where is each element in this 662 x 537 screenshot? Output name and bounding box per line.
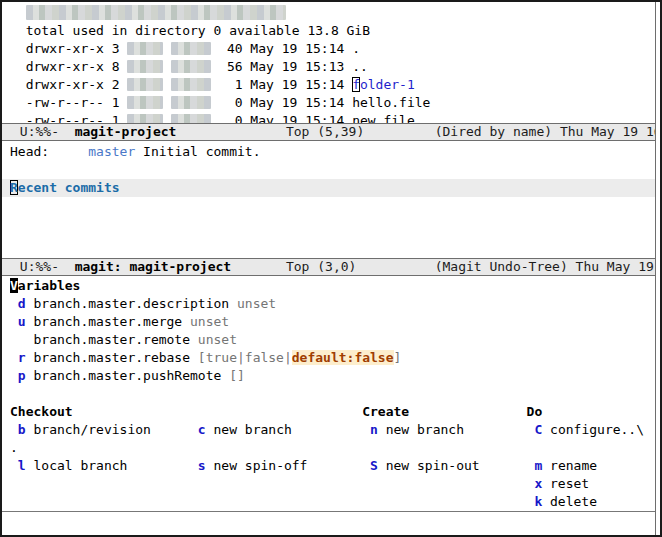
transient-row-merge[interactable]: u branch.master.merge unset bbox=[2, 313, 655, 331]
blank-line bbox=[2, 385, 655, 403]
dired-row-hello-file[interactable]: -rw-r--r-- 1 0 May 19 15:14 hello.file bbox=[2, 94, 655, 112]
group-checkout-heading: Checkout bbox=[10, 404, 73, 419]
text-segment: -rw-r--r-- 1 bbox=[10, 95, 127, 110]
major-mode-indicator[interactable]: (Dired by name) bbox=[435, 124, 552, 139]
point-cursor: V bbox=[10, 278, 18, 293]
dired-row-dot[interactable]: drwxr-xr-x 3 40 May 19 15:14 . bbox=[2, 40, 655, 58]
dired-filename[interactable]: .. bbox=[352, 59, 368, 74]
text-segment bbox=[10, 5, 26, 20]
modeline-dired[interactable]: U:%%- magit-project Top (5,39) (Dired by… bbox=[2, 123, 655, 141]
key-u[interactable]: u bbox=[18, 314, 26, 329]
text-segment bbox=[163, 59, 171, 74]
group-heading: ariables bbox=[18, 278, 81, 293]
text-segment bbox=[127, 458, 197, 473]
modeline-dired-text[interactable]: U:%%- magit-project Top (5,39) (Dired by… bbox=[4, 124, 655, 141]
frame-content: total used in directory 0 available 13.8… bbox=[2, 2, 655, 535]
transient-row-3[interactable]: x reset bbox=[2, 475, 655, 493]
dired-filename[interactable]: new.file bbox=[352, 113, 415, 123]
buffer-name[interactable]: magit: magit-project bbox=[75, 259, 232, 274]
command-label: delete bbox=[542, 494, 597, 509]
text-segment: total used in directory 0 available 13.8… bbox=[10, 23, 370, 38]
magit-head-line[interactable]: Head: master Initial commit. bbox=[2, 143, 655, 161]
text-segment: 0 May 19 15:14 bbox=[211, 113, 352, 123]
key-p[interactable]: p bbox=[18, 368, 26, 383]
text-segment bbox=[10, 494, 534, 509]
dired-window[interactable]: total used in directory 0 available 13.8… bbox=[2, 2, 655, 123]
transient-popup-window[interactable]: Variables d branch.master.description un… bbox=[2, 276, 655, 511]
command-label: rename bbox=[542, 458, 597, 473]
text-segment bbox=[10, 458, 18, 473]
key-d[interactable]: d bbox=[18, 296, 26, 311]
section-heading[interactable]: ecent commits bbox=[18, 180, 120, 195]
buffer-state-flags: U:%%- bbox=[12, 259, 75, 274]
redacted-user bbox=[127, 114, 163, 123]
transient-row-pushremote[interactable]: p branch.master.pushRemote [] bbox=[2, 367, 655, 385]
magit-recent-commits-section[interactable]: Recent commits bbox=[2, 179, 655, 197]
text-segment: -rw-r--r-- 1 bbox=[10, 113, 127, 123]
command-label: new spin-off bbox=[206, 458, 308, 473]
key-b[interactable]: b bbox=[18, 422, 26, 437]
dired-row-new-file[interactable]: -rw-r--r-- 1 0 May 19 15:14 new.file bbox=[2, 112, 655, 123]
text-segment: 0 May 19 15:14 bbox=[211, 95, 352, 110]
redacted-group bbox=[171, 114, 211, 123]
buffer-name[interactable]: magit-project bbox=[75, 124, 177, 139]
command-label: branch/revision bbox=[26, 422, 151, 437]
text-segment bbox=[409, 404, 526, 419]
key-c[interactable]: c bbox=[198, 422, 206, 437]
redacted-group bbox=[171, 42, 211, 55]
text-segment bbox=[10, 368, 18, 383]
variable-value: [] bbox=[229, 368, 245, 383]
text-segment bbox=[292, 422, 370, 437]
transient-row-description[interactable]: d branch.master.description unset bbox=[2, 295, 655, 313]
key-S[interactable]: S bbox=[370, 458, 378, 473]
echo-area[interactable] bbox=[2, 512, 655, 534]
text-segment bbox=[464, 422, 534, 437]
transient-row-remote: branch.master.remote unset bbox=[2, 331, 655, 349]
dired-filename[interactable]: older-1 bbox=[360, 77, 415, 92]
point-cursor[interactable]: R bbox=[10, 180, 18, 195]
key-r[interactable]: r bbox=[18, 350, 26, 365]
transient-variables-heading: Variables bbox=[2, 277, 655, 295]
major-mode-indicator[interactable]: (Magit Undo-Tree) bbox=[435, 259, 568, 274]
text-segment bbox=[163, 95, 171, 110]
modeline-clock: Thu May 19 16: bbox=[552, 124, 655, 139]
key-s[interactable]: s bbox=[198, 458, 206, 473]
magit-status-window[interactable]: Head: master Initial commit. Recent comm… bbox=[2, 141, 655, 258]
dired-filename[interactable]: . bbox=[352, 41, 360, 56]
dired-row-dotdot[interactable]: drwxr-xr-x 8 56 May 19 15:13 .. bbox=[2, 58, 655, 76]
dired-header-path[interactable] bbox=[2, 4, 655, 22]
text-segment bbox=[10, 296, 18, 311]
variable-name: branch.master.pushRemote bbox=[26, 368, 230, 383]
transient-row-1[interactable]: b branch/revision c new branch n new bra… bbox=[2, 421, 655, 439]
key-l[interactable]: l bbox=[18, 458, 26, 473]
text-segment: 40 May 19 15:14 bbox=[211, 41, 352, 56]
variable-name: branch.master.remote bbox=[10, 332, 198, 347]
dired-row-folder-1[interactable]: drwxr-xr-x 2 1 May 19 15:14 folder-1 bbox=[2, 76, 655, 94]
scrollbar-strip[interactable] bbox=[656, 2, 660, 535]
command-label: local branch bbox=[26, 458, 128, 473]
buffer-state-flags: U:%%- bbox=[12, 124, 75, 139]
transient-row-4[interactable]: k delete bbox=[2, 493, 655, 511]
text-segment: drwxr-xr-x 8 bbox=[10, 59, 127, 74]
modeline-magit-status[interactable]: U:%%- magit: magit-project Top (3,0) (Ma… bbox=[2, 258, 655, 276]
variable-value: unset bbox=[190, 314, 229, 329]
point-cursor[interactable]: f bbox=[352, 77, 360, 92]
text-segment bbox=[73, 404, 363, 419]
key-n[interactable]: n bbox=[370, 422, 378, 437]
variable-choices: [true|false| bbox=[198, 350, 292, 365]
branch-name[interactable]: master bbox=[88, 144, 135, 159]
group-do-heading: Do bbox=[527, 404, 543, 419]
wrapped-text: . bbox=[10, 440, 18, 455]
emacs-frame: total used in directory 0 available 13.8… bbox=[0, 0, 662, 537]
text-segment bbox=[10, 476, 534, 491]
transient-wrap-continuation: . bbox=[2, 439, 655, 457]
commit-summary: Initial commit. bbox=[135, 144, 260, 159]
variable-value: unset bbox=[237, 296, 276, 311]
variable-name: branch.master.merge bbox=[26, 314, 190, 329]
dired-filename[interactable]: hello.file bbox=[352, 95, 430, 110]
text-segment bbox=[10, 350, 18, 365]
transient-row-2[interactable]: l local branch s new spin-off S new spin… bbox=[2, 457, 655, 475]
transient-row-rebase[interactable]: r branch.master.rebase [true|false|defau… bbox=[2, 349, 655, 367]
modeline-magit-text[interactable]: U:%%- magit: magit-project Top (3,0) (Ma… bbox=[4, 259, 655, 276]
text-segment bbox=[163, 113, 171, 123]
